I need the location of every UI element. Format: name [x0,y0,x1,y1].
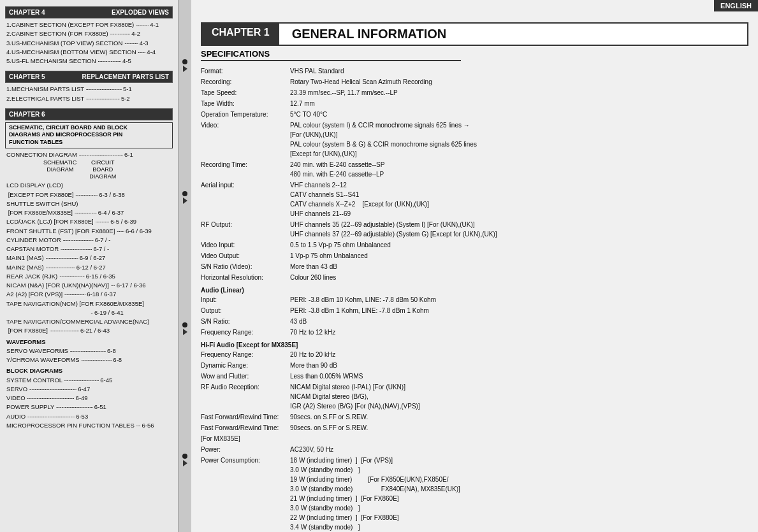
spec-label: RF Output: [201,220,290,239]
spec-value: 12.7 mm [290,99,748,108]
spec-value: More than 90 dB [290,361,748,370]
toc-item: 5.US-FL MECHANISM SECTION ··············… [5,57,173,66]
spec-value: AC230V, 50 Hz [290,445,748,454]
english-badge: ENGLISH [714,0,758,11]
chapter5-title: CHAPTER 5 [9,73,45,80]
toc-item: 2.ELECTRICAL PARTS LIST ················… [5,94,173,103]
toc-item: MAIN2 (MAS) ····························… [5,263,173,272]
spec-row-powercons: Power Consumption: 18 W (including timer… [201,456,748,532]
spec-value: UHF channels 35 (22--69 adjustable) (Sys… [290,220,748,239]
spec-value: 23.39 mm/sec.--SP, 11.7 mm/sec.--LP [290,88,748,97]
spec-row-mx835e: [For MX835E] [201,434,748,443]
hifi-header: Hi-Fi Audio [Except for MX835E] [201,340,748,350]
spec-value: Colour 260 lines [290,273,748,282]
toc-item: [FOR FX860E/MX835E] ····················… [5,208,173,217]
circuit-col-header: CIRCUITBOARDDIAGRAM [89,159,116,180]
chapter4-header: CHAPTER 4 EXPLODED VIEWS [5,6,173,18]
toc-item: POWER SUPPLY ···························… [5,403,173,412]
spec-label: Video Input: [201,240,290,250]
spec-value: PERI: -3.8 dBm 10 Kohm, LINE: -7.8 dBm 5… [290,295,748,305]
spec-row-wow: Wow and Flutter: Less than 0.005% WRMS [201,371,748,381]
binding-dot [182,59,187,64]
toc-item: AUDIO ··································… [5,412,173,421]
spec-label: Format: [201,66,290,76]
spec-label: Power Consumption: [201,456,290,532]
chapter5-section: CHAPTER 5 REPLACEMENT PARTS LIST 1.MECHA… [5,71,173,103]
spec-value: More than 43 dB [290,262,748,271]
spec-label: Fast Forward/Rewind Time: [201,412,290,422]
spec-value: PERI: -3.8 dBm 1 Kohm, LINE: -7.8 dBm 1 … [290,306,748,315]
spec-row-tapewidth: Tape Width: 12.7 mm [201,99,748,108]
spec-value: VHS PAL Standard [290,66,748,76]
chapter6-subtitle: SCHEMATIC, CIRCUIT BOARD AND BLOCKDIAGRA… [5,122,173,148]
toc-item: MAIN1 (MAS) ····························… [5,254,173,262]
chapter5-subtitle: REPLACEMENT PARTS LIST [82,73,169,80]
toc-item: MICROPROCESSOR PIN FUNCTION TABLES ···· … [5,421,173,430]
spec-row-snvideo: S/N Ratio (Video): More than 43 dB [201,262,748,271]
binding-dot-group [182,191,187,204]
toc-item: [EXCEPT FOR FX880E] ····················… [5,191,173,199]
spec-label: Horizontal Resolution: [201,273,290,282]
toc-item: 1.MECHANISM PARTS LIST ·················… [5,85,173,94]
spec-value: 240 min. with E-240 cassette--SP 480 min… [290,160,748,179]
spec-label: [For MX835E] [201,434,290,443]
toc-item: CONNECTION DIAGRAM ·····················… [5,150,173,159]
binding-arrow [183,198,187,204]
spec-value: 18 W (including timer) ] [For (VPS)] 3.0… [290,456,748,532]
spec-row-tapespeed: Tape Speed: 23.39 mm/sec.--SP, 11.7 mm/s… [201,88,748,97]
spec-label: Wow and Flutter: [201,371,290,381]
spec-label: Frequency Range: [201,327,290,337]
spec-row-freqrange: Frequency Range: 70 Hz to 12 kHz [201,327,748,337]
toc-item: 1.CABINET SECTION (EXCEPT FOR FX880E) ··… [5,20,173,29]
audio-linear-header: Audio (Linear) [201,285,748,295]
spec-label: Power: [201,445,290,454]
toc-item: 4.US-MECHANISM (BOTTOM VIEW) SECTION ···… [5,48,173,57]
toc-item: TAPE NAVIGATION(NCM) [FOR FX860E/MX835E] [5,299,173,308]
spec-row-aerial: Aerial input: VHF channels 2--12 CATV ch… [201,180,748,219]
toc-item: TAPE NAVIGATION/COMMERCIAL ADVANCE(NAC) [5,317,173,326]
spec-value: 90secs. on S.FF or S.REW. [290,423,748,433]
binding-dot-group [182,454,187,466]
chapter-title-text: GENERAL INFORMATION [279,24,747,45]
binding-dot [182,454,187,459]
left-panel: CHAPTER 4 EXPLODED VIEWS 1.CABINET SECTI… [0,0,179,532]
block-diagrams-header: BLOCK DIAGRAMS [5,366,173,375]
chapter4-title: CHAPTER 4 [9,9,45,16]
toc-item: 3.US-MECHANISM (TOP VIEW) SECTION ······… [5,39,173,48]
spec-value [290,434,748,443]
spec-row-recording: Recording: Rotary Two-Head Helical Scan … [201,77,748,87]
toc-item: Y/CHROMA WAVEFORMS ·····················… [5,356,173,364]
toc-item: LCD/JACK (LCJ) [FOR FX880E] ············… [5,217,173,226]
binding-arrow [183,460,187,466]
toc-item: VIDEO ··································… [5,394,173,403]
spec-label: S/N Ratio: [201,317,290,326]
spec-value: Less than 0.005% WRMS [290,371,748,381]
binding-dot-group [182,59,187,72]
spec-label: Operation Temperature: [201,110,290,119]
chapter5-header: CHAPTER 5 REPLACEMENT PARTS LIST [5,71,173,83]
spec-row-rfaudio: RF Audio Reception: NICAM Digital stereo… [201,382,748,411]
spec-value: 20 Hz to 20 kHz [290,350,748,359]
chapter6-header: CHAPTER 6 [5,108,173,120]
cylinder-motor-item: CYLINDER MOTOR ·························… [5,236,173,245]
toc-item: CAPSTAN MOTOR ··························… [5,245,173,254]
spec-row-rectime: Recording Time: 240 min. with E-240 cass… [201,160,748,179]
spec-label: S/N Ratio (Video): [201,262,290,271]
spec-row-video: Video: PAL colour (system I) & CCIR mono… [201,120,748,159]
spec-row-hres: Horizontal Resolution: Colour 260 lines [201,273,748,282]
spec-label: Frequency Range: [201,350,290,359]
spec-value: 1 Vp-p 75 ohm Unbalanced [290,251,748,261]
toc-item: 2.CABINET SECTION (FOR FX880E) ·········… [5,29,173,38]
spec-label: Tape Speed: [201,88,290,97]
binding-arrow [183,329,187,335]
chapter6-title: CHAPTER 6 [9,111,45,118]
toc-item: SERVO WAVEFORMS ························… [5,347,173,356]
binding-arrow [183,66,187,72]
spec-label: Output: [201,306,290,315]
specs-header: SPECIFICATIONS [201,49,461,61]
col-headers: SCHEMATICDIAGRAM CIRCUITBOARDDIAGRAM [43,159,173,180]
binding-dot [182,322,187,327]
chapter-title-bar: CHAPTER 1 GENERAL INFORMATION [201,22,748,46]
toc-item: SERVO ··································… [5,385,173,394]
spec-label: Aerial input: [201,180,290,219]
